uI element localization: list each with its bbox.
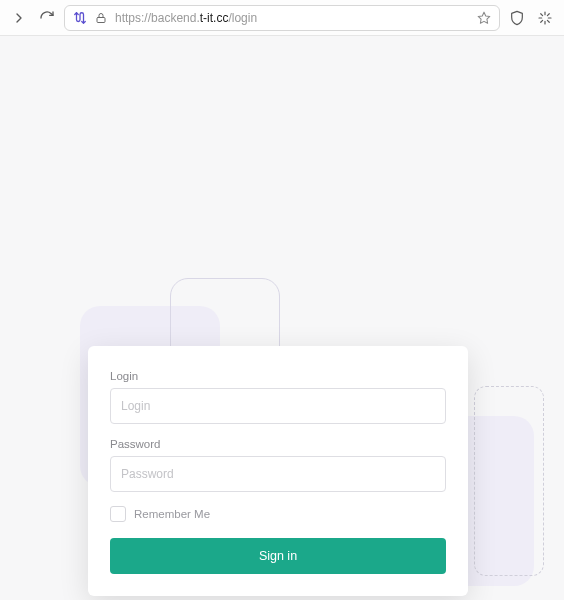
- login-input[interactable]: [110, 388, 446, 424]
- svg-marker-1: [478, 12, 490, 23]
- sparkle-icon[interactable]: [534, 7, 556, 29]
- lock-icon: [95, 12, 107, 24]
- reload-button[interactable]: [36, 7, 58, 29]
- remember-checkbox[interactable]: [110, 506, 126, 522]
- extension-icon: [73, 11, 87, 25]
- login-card: Login Password Remember Me Sign in: [88, 346, 468, 596]
- bookmark-star-icon[interactable]: [477, 11, 491, 25]
- shield-icon[interactable]: [506, 7, 528, 29]
- signin-button[interactable]: Sign in: [110, 538, 446, 574]
- address-bar[interactable]: https://backend.t-it.cc/login: [64, 5, 500, 31]
- page-content: Login Password Remember Me Sign in: [0, 36, 564, 600]
- password-label: Password: [110, 438, 446, 450]
- url-text: https://backend.t-it.cc/login: [115, 11, 469, 25]
- password-input[interactable]: [110, 456, 446, 492]
- svg-rect-0: [97, 17, 105, 22]
- login-label: Login: [110, 370, 446, 382]
- remember-row: Remember Me: [110, 506, 446, 522]
- browser-toolbar: https://backend.t-it.cc/login: [0, 0, 564, 36]
- forward-button[interactable]: [8, 7, 30, 29]
- remember-label: Remember Me: [134, 508, 210, 520]
- decorative-dashed-rect: [474, 386, 544, 576]
